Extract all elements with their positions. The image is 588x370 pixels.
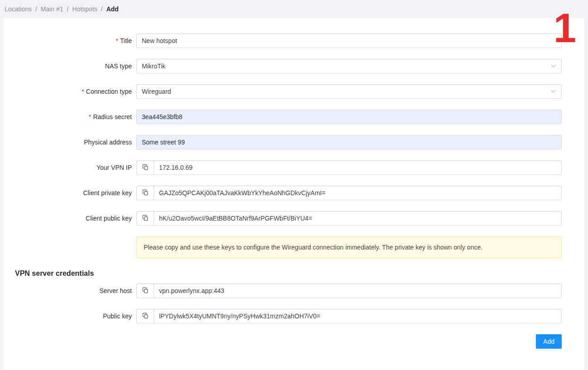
connection-type-selected-value: Wireguard <box>142 88 171 95</box>
copy-vpn-ip-button[interactable] <box>136 160 154 175</box>
section-title-vpn-server-credentials: VPN server credentials <box>15 269 562 278</box>
required-asterisk: * <box>116 37 118 44</box>
field-label-server-host-text: Server host <box>99 287 132 294</box>
form-row-server-host: Server host <box>15 284 562 298</box>
field-label-physical-address-text: Physical address <box>84 139 132 146</box>
alert-text: Please copy and use these keys to config… <box>144 244 482 251</box>
form-row-connection-type: *Connection type Wireguard <box>15 84 562 99</box>
breadcrumb-separator: / <box>67 5 69 13</box>
field-label-nas-type-text: NAS type <box>105 62 132 70</box>
form-row-nas-type: NAS type MikroTik <box>15 59 562 73</box>
copy-server-public-key-button[interactable] <box>136 309 154 323</box>
chevron-down-icon <box>551 90 556 93</box>
breadcrumb-item-hotspots[interactable]: Hotspots <box>72 5 97 13</box>
submit-row: Add <box>15 334 562 349</box>
form-row-client-public-key: Client public key <box>15 211 562 226</box>
field-control-title <box>136 34 562 48</box>
field-control-server-host <box>136 284 562 298</box>
copy-icon <box>142 189 149 197</box>
vpn-ip-input[interactable] <box>154 160 562 175</box>
radius-secret-input[interactable] <box>136 110 562 124</box>
add-hotspot-form-card: *Title NAS type MikroTik *Connection typ… <box>4 18 584 370</box>
copy-icon <box>142 215 149 222</box>
form-row-radius-secret: *Radius secret <box>15 110 562 124</box>
field-label-title: *Title <box>15 34 136 48</box>
field-label-vpn-ip: Your VPN IP <box>15 160 136 175</box>
field-control-nas-type: MikroTik <box>136 59 562 73</box>
field-control-server-public-key <box>136 309 562 323</box>
field-label-client-private-key: Client private key <box>15 186 136 200</box>
breadcrumb-item-main-1[interactable]: Main #1 <box>41 5 63 13</box>
copy-client-public-key-button[interactable] <box>136 211 154 226</box>
copy-client-private-key-button[interactable] <box>136 186 154 200</box>
field-control-physical-address <box>136 135 562 149</box>
server-host-input[interactable] <box>154 284 562 298</box>
client-private-key-input[interactable] <box>154 186 562 200</box>
breadcrumb-separator: / <box>101 5 103 13</box>
form-row-server-public-key: Public key <box>15 309 562 323</box>
field-label-radius-secret-text: Radius secret <box>93 113 132 120</box>
breadcrumb: Locations / Main #1 / Hotspots / Add <box>0 0 588 18</box>
physical-address-input[interactable] <box>136 135 562 149</box>
server-public-key-input[interactable] <box>154 309 562 323</box>
nas-type-selected-value: MikroTik <box>142 62 165 70</box>
field-label-server-host: Server host <box>15 284 136 298</box>
field-label-client-public-key-text: Client public key <box>86 215 132 222</box>
copy-icon <box>142 312 149 320</box>
required-asterisk: * <box>82 88 84 95</box>
title-input[interactable] <box>136 34 562 48</box>
field-control-client-public-key <box>136 211 562 226</box>
breadcrumb-separator: / <box>35 5 37 13</box>
field-label-connection-type: *Connection type <box>15 84 136 99</box>
copy-icon <box>142 164 149 172</box>
keys-warning-alert: Please copy and use these keys to config… <box>136 236 562 258</box>
field-label-radius-secret: *Radius secret <box>15 110 136 124</box>
field-label-client-private-key-text: Client private key <box>83 189 132 197</box>
form-row-title: *Title <box>15 34 562 48</box>
form-row-client-private-key: Client private key <box>15 186 562 200</box>
field-control-radius-secret <box>136 110 562 124</box>
field-label-server-public-key: Public key <box>15 309 136 323</box>
form-row-physical-address: Physical address <box>15 135 562 149</box>
required-asterisk: * <box>89 113 91 120</box>
form-row-vpn-ip: Your VPN IP <box>15 160 562 175</box>
add-button[interactable]: Add <box>536 334 562 349</box>
client-public-key-input[interactable] <box>154 211 562 226</box>
field-control-connection-type: Wireguard <box>136 84 562 99</box>
chevron-down-icon <box>551 64 556 68</box>
nas-type-select[interactable]: MikroTik <box>136 59 562 73</box>
field-control-client-private-key <box>136 186 562 200</box>
field-control-vpn-ip <box>136 160 562 175</box>
connection-type-select[interactable]: Wireguard <box>136 84 562 99</box>
field-label-nas-type: NAS type <box>15 59 136 73</box>
field-label-client-public-key: Client public key <box>15 211 136 226</box>
field-label-physical-address: Physical address <box>15 135 136 149</box>
copy-server-host-button[interactable] <box>136 284 154 298</box>
field-label-vpn-ip-text: Your VPN IP <box>96 164 132 171</box>
field-label-server-public-key-text: Public key <box>103 312 132 320</box>
copy-icon <box>142 287 149 295</box>
field-label-connection-type-text: Connection type <box>86 88 132 95</box>
breadcrumb-item-locations[interactable]: Locations <box>5 5 32 13</box>
field-label-title-text: Title <box>120 37 132 44</box>
breadcrumb-item-add: Add <box>106 5 119 13</box>
